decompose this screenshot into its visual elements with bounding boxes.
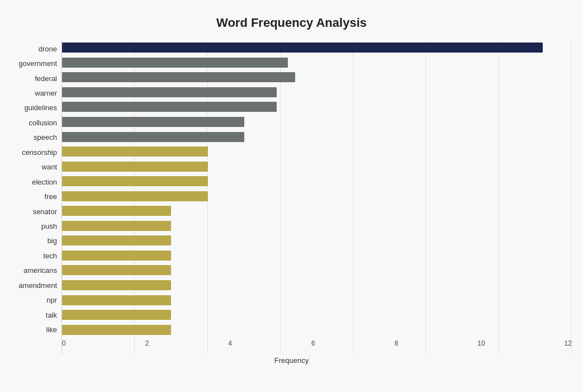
y-axis-label: push bbox=[41, 219, 57, 233]
x-tick: 12 bbox=[565, 339, 572, 347]
y-axis-label: federal bbox=[35, 71, 57, 86]
bar bbox=[62, 265, 171, 275]
bar-row bbox=[62, 41, 572, 54]
bar-row bbox=[62, 175, 572, 187]
y-axis-label: collusion bbox=[29, 115, 57, 130]
bar bbox=[62, 117, 244, 127]
bar bbox=[62, 325, 171, 335]
bar bbox=[62, 42, 543, 53]
y-axis-label: talk bbox=[46, 308, 57, 322]
y-axis-label: senator bbox=[33, 204, 57, 219]
y-axis-label: guidelines bbox=[24, 101, 57, 115]
chart-container: Word Frequency Analysis dronegovernmentf… bbox=[0, 0, 583, 392]
bar-row bbox=[62, 101, 572, 113]
bar bbox=[62, 132, 244, 142]
bar bbox=[62, 295, 171, 305]
chart-area: dronegovernmentfederalwarnerguidelinesco… bbox=[11, 40, 572, 354]
bar-row bbox=[62, 190, 572, 202]
bar bbox=[62, 280, 171, 290]
y-axis-label: tech bbox=[43, 248, 57, 263]
y-axis-label: like bbox=[46, 323, 57, 337]
y-axis-label: censorship bbox=[22, 145, 57, 159]
bar bbox=[62, 102, 277, 112]
y-axis-label: americans bbox=[23, 263, 57, 278]
y-axis-label: election bbox=[32, 174, 57, 189]
bar-row bbox=[62, 116, 572, 128]
bar-row bbox=[62, 279, 572, 291]
bar bbox=[62, 147, 208, 157]
bar bbox=[62, 251, 171, 261]
y-axis-label: government bbox=[18, 56, 57, 71]
bar-row bbox=[62, 160, 572, 173]
bars-container bbox=[62, 40, 572, 354]
y-axis-label: free bbox=[45, 190, 57, 204]
bar bbox=[62, 87, 277, 97]
x-tick: 10 bbox=[477, 339, 485, 347]
x-tick: 0 bbox=[62, 339, 66, 347]
bar-row bbox=[62, 220, 572, 232]
plot-area: 024681012 bbox=[61, 40, 572, 354]
chart-title: Word Frequency Analysis bbox=[11, 11, 572, 30]
bar-row bbox=[62, 86, 572, 98]
bar-row bbox=[62, 264, 572, 276]
bar-row bbox=[62, 131, 572, 143]
bar-row bbox=[62, 71, 572, 83]
x-axis-label: Frequency bbox=[11, 356, 572, 365]
bar-row bbox=[62, 324, 572, 336]
y-axis-label: drone bbox=[39, 41, 57, 56]
x-tick: 8 bbox=[395, 339, 399, 347]
y-axis-label: want bbox=[42, 160, 57, 174]
x-tick: 6 bbox=[311, 339, 315, 347]
bar-row bbox=[62, 249, 572, 262]
bar bbox=[62, 58, 288, 68]
bar bbox=[62, 176, 208, 186]
bar bbox=[62, 310, 171, 320]
bar bbox=[62, 191, 208, 201]
bar bbox=[62, 235, 171, 245]
y-axis-label: big bbox=[48, 234, 57, 248]
bar-row bbox=[62, 309, 572, 321]
y-axis-label: warner bbox=[35, 86, 57, 101]
bar-row bbox=[62, 294, 572, 306]
x-tick: 4 bbox=[228, 339, 232, 347]
bar-row bbox=[62, 56, 572, 69]
bar-row bbox=[62, 234, 572, 247]
y-axis: dronegovernmentfederalwarnerguidelinesco… bbox=[11, 40, 61, 354]
bar-row bbox=[62, 205, 572, 217]
bar-row bbox=[62, 145, 572, 158]
bar bbox=[62, 72, 295, 82]
x-axis: 024681012 bbox=[62, 337, 572, 354]
bar bbox=[62, 162, 208, 172]
bar bbox=[62, 206, 171, 216]
y-axis-label: speech bbox=[34, 130, 57, 145]
y-axis-label: npr bbox=[46, 293, 57, 308]
x-tick: 2 bbox=[145, 339, 149, 347]
y-axis-label: amendment bbox=[18, 278, 57, 292]
bar bbox=[62, 221, 171, 231]
